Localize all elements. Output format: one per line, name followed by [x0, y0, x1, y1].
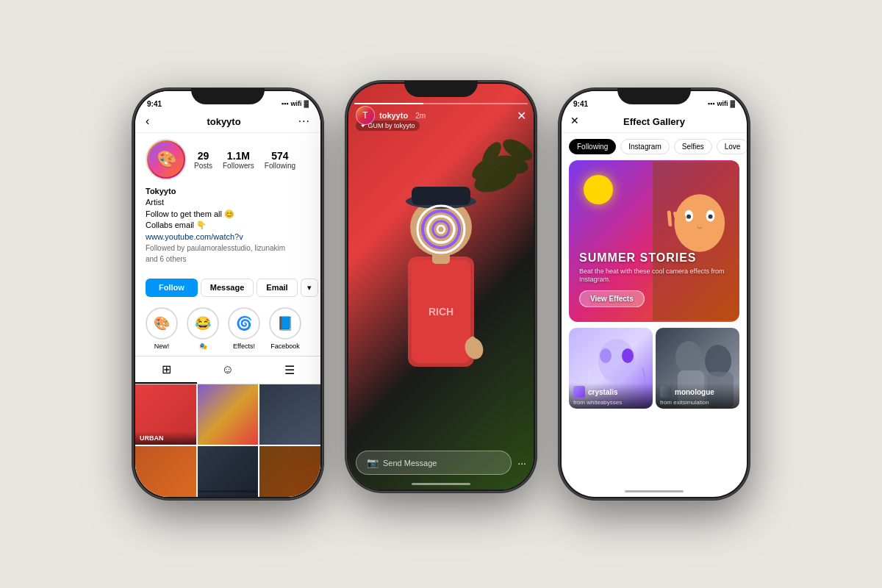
crystalis-name: crystalis — [588, 388, 618, 396]
grid-item-4[interactable] — [135, 446, 196, 497]
avatar-inner: 🎨 — [148, 142, 184, 177]
screen-center: T tokyyto 2m ✕ ✦ GUM by tokyyto — [348, 84, 534, 490]
bio-followed: Followed by paulamoralesstudio, lizunaki… — [146, 244, 285, 263]
story-close-button[interactable]: ✕ — [517, 109, 526, 123]
highlight-label-new: New! — [154, 343, 170, 350]
notch-left — [191, 88, 265, 104]
send-more-button[interactable]: ··· — [517, 457, 526, 469]
story-avatar: T — [356, 106, 375, 125]
story-person-svg: RICH — [368, 143, 514, 392]
gallery-title: Effect Gallery — [623, 116, 685, 127]
monologue-creator: from exitsimulation — [660, 399, 735, 406]
svg-point-28 — [622, 348, 634, 363]
grid-item-1-overlay: URBAN — [135, 431, 196, 445]
crystalis-creator: from whiteabysses — [573, 399, 648, 406]
story-content: RICH — [368, 143, 514, 395]
svg-point-22 — [709, 215, 713, 219]
story-user-info: T tokyyto 2m — [356, 106, 517, 125]
highlight-circle-emoji: 😂 — [187, 307, 219, 340]
highlight-effects[interactable]: 🌀 Effects! — [228, 307, 260, 350]
highlight-new[interactable]: 🎨 New! — [146, 307, 178, 350]
profile-info: 🎨 29 Posts 1.1M Followers — [135, 133, 320, 274]
back-button[interactable]: ‹ — [146, 115, 149, 128]
profile-username: tokyyto — [207, 116, 240, 127]
tab-tagged[interactable]: ☰ — [259, 356, 320, 384]
phone-center: T tokyyto 2m ✕ ✦ GUM by tokyyto — [345, 81, 537, 492]
home-indicator-right — [625, 490, 684, 492]
battery-icon-right: ▓ — [730, 100, 735, 107]
camera-icon: 📷 — [367, 457, 379, 468]
notch-right — [617, 88, 691, 104]
highlight-emoji[interactable]: 😂 🎭 — [187, 307, 219, 350]
svg-point-27 — [600, 348, 612, 363]
grid-item-5[interactable]: LIFE'S A TRIP — [198, 446, 259, 497]
bio-line1: Follow to get them all 😊 — [146, 209, 234, 218]
send-placeholder: Send Message — [383, 459, 437, 467]
notch-center — [404, 81, 478, 97]
tab-instagram[interactable]: Instagram — [620, 139, 669, 154]
story-send-bar: 📷 Send Message ··· — [356, 451, 526, 475]
monologue-name: monologue — [675, 388, 714, 396]
grid-item-1[interactable]: URBAN — [135, 384, 196, 445]
featured-title: SUMMER STORIES — [579, 251, 729, 265]
grid-item-6[interactable] — [259, 446, 320, 497]
story-progress-fill — [354, 103, 423, 104]
send-message-input[interactable]: 📷 Send Message — [356, 451, 512, 475]
bio-title: Artist — [146, 198, 164, 207]
grid-item-2[interactable] — [198, 384, 259, 445]
svg-point-21 — [687, 215, 692, 219]
tab-following[interactable]: Following — [569, 139, 616, 154]
svg-rect-11 — [412, 187, 470, 205]
tab-igtv[interactable]: ☺ — [197, 356, 259, 384]
gallery-close-button[interactable]: ✕ — [570, 115, 579, 126]
profile-tab-bar: ⊞ ☺ ☰ — [135, 356, 320, 384]
profile-bio: Tokyyto Artist Follow to get them all 😊 … — [146, 186, 310, 265]
bio-line2: Collabs email 👇 — [146, 220, 207, 229]
highlight-label-emoji: 🎭 — [199, 343, 207, 350]
gallery-item-monologue[interactable]: monologue from exitsimulation — [656, 328, 739, 409]
gallery-tabs: Following Instagram Selfies Love Color & — [562, 133, 747, 160]
highlight-facebook[interactable]: 📘 Facebook — [269, 307, 301, 350]
gallery-item-crystalis[interactable]: crystalis from whiteabysses — [569, 328, 653, 409]
follow-button[interactable]: Follow — [146, 279, 198, 297]
posts-count: 29 Posts — [194, 150, 212, 170]
featured-bg: SUMMER STORIES Beat the heat with these … — [569, 160, 739, 322]
status-icons-left: ▪▪▪ wifi ▓ — [282, 100, 309, 107]
message-button[interactable]: Message — [201, 279, 254, 297]
bio-name: Tokyyto — [146, 187, 176, 196]
profile-buttons: Follow Message Email ▾ — [146, 279, 310, 297]
wifi-icon-right: wifi — [717, 100, 728, 107]
more-button[interactable]: ▾ — [301, 279, 318, 297]
monologue-icon — [660, 386, 672, 398]
crystalis-icon — [573, 386, 585, 398]
phone-right: 9:41 ▪▪▪ wifi ▓ ✕ Effect Gallery Followi… — [559, 88, 750, 500]
following-count: 574 Following — [265, 150, 295, 170]
grid-item-5-overlay: LIFE'S A TRIP — [198, 494, 259, 497]
story-username: tokyyto — [379, 111, 408, 120]
bio-link[interactable]: www.youtube.com/watch?v — [146, 232, 243, 241]
home-indicator-left — [198, 490, 257, 492]
wifi-icon: wifi — [290, 100, 301, 107]
highlight-label-effects: Effects! — [233, 343, 255, 350]
followers-count: 1.1M Followers — [223, 150, 254, 170]
tab-grid[interactable]: ⊞ — [135, 356, 197, 384]
view-effects-button[interactable]: View Effects — [579, 290, 645, 307]
crystalis-badge: crystalis — [573, 386, 648, 398]
status-icons-right: ▪▪▪ wifi ▓ — [708, 100, 735, 107]
svg-point-29 — [675, 341, 702, 373]
story-screen: T tokyyto 2m ✕ ✦ GUM by tokyyto — [348, 84, 534, 490]
tab-selfies[interactable]: Selfies — [674, 139, 712, 154]
tab-love[interactable]: Love — [717, 139, 747, 154]
monologue-label: monologue from exitsimulation — [656, 383, 739, 409]
gallery-featured: SUMMER STORIES Beat the heat with these … — [569, 160, 739, 322]
grid-item-3[interactable] — [259, 384, 320, 445]
highlights-row: 🎨 New! 😂 🎭 🌀 Effects! — [135, 301, 320, 356]
status-time-left: 9:41 — [147, 100, 162, 108]
story-time: 2m — [415, 112, 426, 120]
svg-point-18 — [675, 194, 725, 252]
more-options-button[interactable]: ··· — [298, 115, 310, 128]
profile-stats-row: 🎨 29 Posts 1.1M Followers — [146, 139, 310, 180]
story-progress — [354, 103, 528, 104]
email-button[interactable]: Email — [257, 279, 297, 297]
home-indicator-center — [412, 483, 470, 485]
